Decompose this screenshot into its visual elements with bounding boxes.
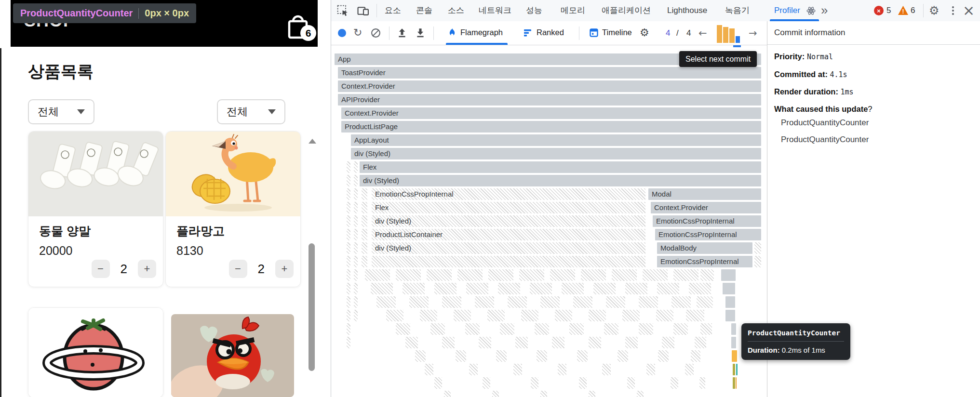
flame-node-fragment[interactable] [362,242,367,254]
flame-node-fragment[interactable] [519,269,544,281]
flame-node-fragment[interactable] [487,310,505,321]
flame-node[interactable]: EmotionCssPropInternal [653,215,761,227]
flame-node-fragment[interactable] [362,215,367,227]
flame-node[interactable]: EmotionCssPropInternal [655,229,761,240]
flame-node-fragment[interactable] [673,323,688,335]
flame-node-fragment[interactable] [736,377,737,389]
flame-node-fragment[interactable] [731,323,736,335]
clear-profile-icon[interactable] [371,28,381,38]
flame-node-fragment[interactable] [671,296,691,308]
flame-node-fragment[interactable] [689,283,711,294]
prev-commit-button[interactable]: ← [698,27,707,39]
flame-node-fragment[interactable] [736,364,738,375]
flame-node[interactable]: div (Styled) [372,242,645,254]
flame-node-fragment[interactable] [686,310,704,321]
flame-node-fragment[interactable] [562,283,584,294]
flame-node-fragment[interactable] [508,296,527,308]
flame-node-fragment[interactable] [386,310,403,321]
flame-node-fragment[interactable] [354,188,358,200]
cart-button[interactable]: 6 [284,13,318,43]
kebab-menu-icon[interactable] [948,6,958,15]
view-tab-flamegraph[interactable]: Flamegraph [460,28,503,37]
flame-node-fragment[interactable] [657,283,679,294]
view-tab-ranked[interactable]: Ranked [537,28,564,37]
flame-node-fragment[interactable] [581,269,606,281]
flame-node-fragment[interactable] [396,269,421,281]
flame-node-fragment[interactable] [465,323,480,335]
flame-node[interactable]: div (Styled) [351,148,761,159]
flame-node-fragment[interactable] [754,242,761,254]
flame-node-fragment[interactable] [733,377,735,389]
flame-node-fragment[interactable] [354,229,358,240]
flame-node-fragment[interactable] [646,364,655,375]
flame-node-fragment[interactable] [700,269,714,281]
flame-node-fragment[interactable] [376,296,396,308]
flame-node-fragment[interactable] [444,391,451,397]
device-toolbar-icon[interactable] [357,5,369,16]
flame-node-fragment[interactable] [754,256,761,267]
flame-node-fragment[interactable] [569,323,584,335]
flame-node-fragment[interactable] [347,310,350,321]
tab-memory[interactable]: 메모리 [561,0,585,21]
flame-node-fragment[interactable] [420,310,437,321]
tab-application[interactable]: 애플리케이션 [602,0,651,21]
flame-node-fragment[interactable] [354,256,358,267]
flame-node-fragment[interactable] [552,337,564,348]
product-image-red-bird-plush[interactable] [171,314,294,397]
flame-node-fragment[interactable] [362,256,367,267]
flame-node-fragment[interactable] [347,337,350,348]
flame-node-fragment[interactable] [371,283,393,294]
flame-node-fragment[interactable] [442,296,461,308]
flame-node[interactable]: Modal [648,188,761,200]
tab-performance[interactable]: 성능 [526,0,542,21]
flame-node[interactable]: EmotionCssPropInternal [657,256,752,267]
flame-node-fragment[interactable] [347,215,350,227]
flame-node-fragment[interactable] [347,296,350,308]
flame-node-fragment[interactable] [354,242,358,254]
flame-node-fragment[interactable] [540,391,547,397]
flame-node-fragment[interactable] [362,229,367,240]
commit-bar[interactable] [717,25,722,43]
flame-node-fragment[interactable] [622,310,640,321]
flame-node-fragment[interactable] [354,310,358,321]
flame-node-fragment[interactable] [662,337,674,348]
increase-quantity-button[interactable]: + [275,260,294,278]
flame-node[interactable]: APIProvider [338,94,761,106]
flame-node-fragment[interactable] [725,296,735,308]
flame-node-fragment[interactable] [362,202,367,213]
flame-node-fragment[interactable] [466,283,488,294]
flame-node-fragment[interactable] [425,364,433,375]
flame-node-fragment[interactable] [372,256,645,267]
flame-node-fragment[interactable] [498,283,520,294]
filter-select-2[interactable]: 전체 [217,99,285,124]
flame-node-fragment[interactable] [396,323,410,335]
flame-node-fragment[interactable] [606,296,625,308]
flame-node-fragment[interactable] [347,242,350,254]
flame-node-fragment[interactable] [535,323,549,335]
flame-node-fragment[interactable] [639,296,658,308]
flame-node-fragment[interactable] [685,364,694,375]
more-tabs-icon[interactable]: » [821,0,827,21]
error-count[interactable]: 5 [886,0,891,21]
tab-console[interactable]: 콘솔 [416,0,432,21]
warning-badge-icon[interactable]: ! [898,6,908,15]
flame-node-fragment[interactable] [430,323,445,335]
flame-node-fragment[interactable] [496,350,507,362]
flame-node-fragment[interactable] [488,269,513,281]
commit-bar-selected[interactable] [736,36,740,43]
view-tab-timeline[interactable]: Timeline [602,28,632,37]
flame-node-fragment[interactable] [589,337,601,348]
flame-node[interactable]: EmotionCssPropInternal [372,188,645,200]
flame-node[interactable]: ToastProvider [338,67,761,79]
upload-profile-icon[interactable] [397,27,407,38]
flame-node-fragment[interactable] [531,377,538,389]
flame-node-fragment[interactable] [725,310,735,321]
decrease-quantity-button[interactable]: − [229,260,247,278]
flame-node-fragment[interactable] [691,350,700,362]
flame-node-fragment[interactable] [589,310,606,321]
page-scrollbar-thumb[interactable] [309,243,315,371]
flame-node-fragment[interactable] [405,337,418,348]
flame-node-fragment[interactable] [723,283,735,294]
profiler-settings-gear-icon[interactable]: ⚙ [640,21,649,45]
flame-node-fragment[interactable] [612,269,637,281]
